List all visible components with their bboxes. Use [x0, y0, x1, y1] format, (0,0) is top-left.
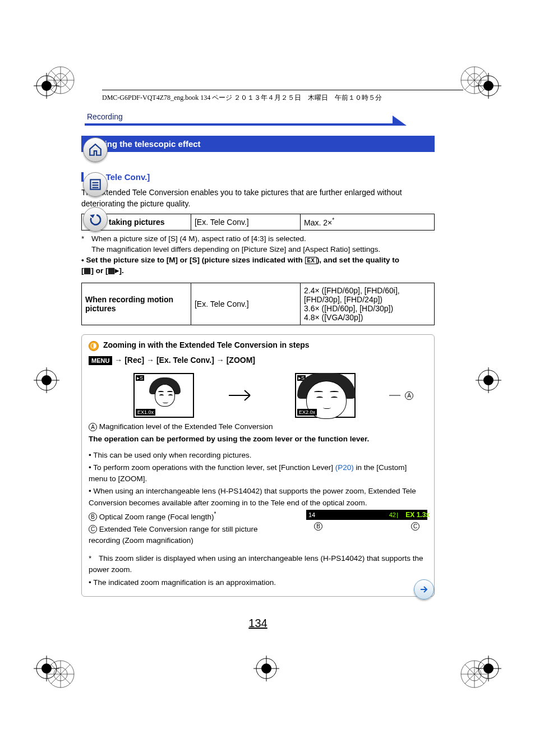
text: 3.6× ([HD/60p], [HD/30p]) [304, 304, 431, 313]
reg-mark-mid-left [34, 367, 59, 395]
section-rule [85, 123, 399, 126]
table-cell: 2.4× ([FHD/60p], [FHD/60i], [FHD/30p], [… [300, 283, 434, 325]
rosette-icon [45, 658, 76, 692]
zoom-ex-value: EX 1.3x [403, 510, 430, 520]
menu-flow: MENU → [Rec] → [Ex. Tele Conv.] → [ZOOM] [89, 356, 427, 365]
zoom-right-value: 42 [389, 510, 396, 520]
sup: * [214, 511, 216, 517]
next-page-button[interactable] [414, 579, 434, 600]
home-button[interactable] [83, 137, 108, 162]
circle-b: B [89, 513, 97, 521]
page-title: Raising the telescopic effect [81, 136, 435, 152]
label: EX1.0x [136, 409, 155, 416]
bold-note: • Set the picture size to [M] or [S] (pi… [81, 255, 435, 266]
zoom-labels: B C [306, 520, 427, 531]
example-image-2: ▸S EX2.0x [295, 373, 356, 418]
callout-a-label: A [405, 391, 413, 400]
zoom-left-value: 14 [308, 510, 315, 520]
pdf-nav-sidebar [83, 137, 108, 232]
text: The magnification level differs dependin… [91, 245, 380, 253]
bullet: • To perform zoom operations with the fu… [89, 462, 427, 485]
text: → [Rec] → [Ex. Tele Conv.] → [ZOOM] [114, 356, 255, 365]
menu-chip: MENU [89, 356, 112, 365]
table-motion-pictures: When recording motion pictures [Ex. Tele… [81, 283, 435, 325]
zoom-bar-figure: 14 | 42 EX 1.3x B C [306, 510, 427, 531]
table-cell: [Ex. Tele Conv.] [191, 214, 300, 231]
footnotes-1: *When a picture size of [S] (4 M), aspec… [81, 234, 435, 276]
ex-icon: EX [305, 257, 317, 264]
text: When a picture size of [S] (4 M), aspect… [91, 234, 306, 243]
tip-body: A Magnification level of the Extended Te… [89, 421, 427, 588]
callout-line: A [389, 391, 413, 400]
page-link[interactable]: (P20) [335, 463, 354, 472]
text: Extended Tele Conversion range for still… [89, 525, 257, 545]
circle-a: A [89, 423, 97, 431]
label: EX2.0x [297, 409, 317, 416]
quality-icons-row: [▦] or [▦▸]. [81, 266, 435, 276]
circle-b: B [314, 522, 322, 531]
zoom-track: 14 | 42 EX 1.3x [306, 510, 427, 520]
rosette-icon [459, 658, 490, 692]
back-button[interactable] [83, 207, 108, 232]
badge: ▸S [136, 375, 144, 381]
example-images-row: ▸S EX1.0x ▸S EX2.0x [133, 373, 427, 418]
rosette-icon [45, 64, 76, 98]
tip-header: Zooming in with the Extended Tele Conver… [89, 340, 427, 351]
bullet: • This can be used only when recording p… [89, 450, 427, 461]
arrow-icon [228, 387, 261, 404]
asterisk: * [89, 553, 99, 564]
section-label: Recording [87, 112, 435, 121]
text: Optical Zoom range (Focal length) [99, 512, 214, 520]
circle-c: C [411, 522, 419, 531]
asterisk: * [81, 234, 91, 245]
reg-mark-bot-center [253, 656, 279, 683]
text: Magnification level of the Extended Tele… [99, 422, 273, 431]
table-cell: Max. 2×* [300, 214, 434, 231]
reg-mark-mid-right [476, 367, 501, 395]
subsection-heading: [Ex. Tele Conv.] [81, 172, 435, 182]
bulb-icon [89, 341, 99, 351]
text: ), and set the quality to [317, 256, 399, 264]
example-image-1: ▸S EX1.0x [133, 373, 194, 418]
toc-button[interactable] [83, 172, 108, 197]
tip-box: Zooming in with the Extended Tele Conver… [81, 334, 435, 596]
text: This zoom slider is displayed when using… [89, 554, 423, 574]
tip-title: Zooming in with the Extended Tele Conver… [103, 340, 310, 349]
table-still-pictures: When taking pictures [Ex. Tele Conv.] Ma… [81, 214, 435, 231]
sup: * [332, 217, 334, 223]
bold-text: The operation can be performed by using … [89, 434, 427, 445]
page-number: 134 [76, 617, 440, 630]
intro-text: The Extended Tele Conversion enables you… [81, 187, 435, 209]
rosette-icon [459, 64, 490, 98]
table-cell: When recording motion pictures [82, 283, 191, 325]
text: • To perform zoom operations with the fu… [89, 463, 335, 472]
page-content: Recording Raising the telescopic effect … [76, 79, 440, 614]
bullet: • When using an interchangeable lens (H-… [89, 486, 427, 509]
circle-c: C [89, 525, 97, 533]
table-cell: [Ex. Tele Conv.] [191, 283, 300, 325]
text: • Set the picture size to [M] or [S] (pi… [81, 256, 305, 264]
zoom-tick: | [396, 510, 398, 520]
text: 2.4× ([FHD/60p], [FHD/60i], [FHD/30p], [… [304, 286, 431, 304]
bullet: • The indicated zoom magnification is an… [89, 577, 427, 588]
text: 4.8× ([VGA/30p]) [304, 313, 431, 322]
text: Max. 2× [304, 218, 332, 227]
